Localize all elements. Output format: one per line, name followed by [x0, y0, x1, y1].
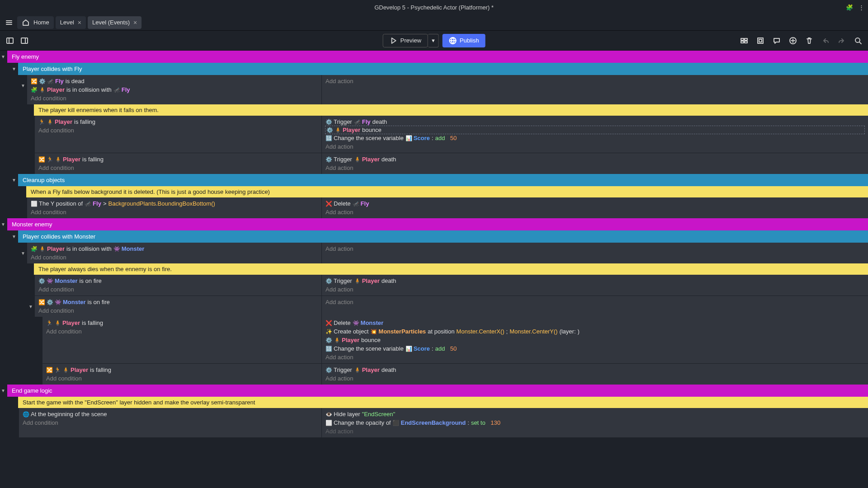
group-cleanup[interactable]: ▼ Cleanup objects: [18, 174, 868, 186]
menu-icon[interactable]: [3, 16, 15, 29]
event-row[interactable]: ▼ 🔀⚙️👾Monster is on fire Add condition A…: [34, 296, 868, 317]
tab-level-events[interactable]: Level (Events) ×: [88, 16, 142, 29]
event-row[interactable]: 🏃🧍Player is falling Add condition ❌Delet…: [42, 317, 868, 363]
app-title: GDevelop 5 - Psychedelic Actor (Platform…: [374, 4, 494, 11]
group-player-monster[interactable]: ▼ Player collides with Monster: [18, 230, 868, 243]
tab-home[interactable]: Home: [17, 16, 54, 29]
comment[interactable]: Start the game with the "EndScreen" laye…: [18, 397, 868, 408]
event-row[interactable]: ▼ 🧩🧍Player is in collision with 👾Monster…: [26, 243, 868, 263]
titlebar: GDevelop 5 - Psychedelic Actor (Platform…: [0, 0, 868, 14]
delete-icon[interactable]: [803, 34, 816, 47]
chevron-down-icon[interactable]: ▼: [1, 222, 5, 227]
more-icon[interactable]: ⋮: [859, 4, 864, 11]
chevron-down-icon[interactable]: ▼: [28, 304, 33, 309]
add-action[interactable]: Add action: [326, 142, 864, 151]
comment[interactable]: The player kill ennemies when it falls o…: [34, 104, 868, 116]
chevron-down-icon[interactable]: ▼: [12, 234, 16, 239]
add-action[interactable]: Add action: [326, 427, 864, 436]
event-row[interactable]: 🔀🏃🧍Player is falling Add condition ⚙️Tri…: [42, 364, 868, 385]
event-row[interactable]: ▼ 🔀⚙️🦟Fly is dead 🧩🧍Player is in collisi…: [26, 75, 868, 104]
add-comment-icon[interactable]: [770, 34, 783, 47]
preview-dropdown[interactable]: ▾: [428, 34, 439, 47]
actions-panel[interactable]: Add action: [322, 75, 868, 104]
comment[interactable]: When a Fly falls below background it is …: [26, 186, 868, 197]
add-condition[interactable]: Add condition: [46, 374, 318, 383]
svg-line-20: [859, 42, 861, 44]
add-action[interactable]: Add action: [326, 208, 864, 216]
redo-icon[interactable]: [835, 34, 848, 47]
play-icon: [390, 37, 398, 45]
panel-left-icon[interactable]: [4, 34, 16, 47]
add-action[interactable]: Add action: [326, 77, 864, 85]
svg-rect-10: [741, 38, 744, 40]
chevron-down-icon[interactable]: ▼: [21, 251, 25, 256]
extension-icon[interactable]: 🧩: [846, 4, 853, 11]
chevron-down-icon[interactable]: ▼: [12, 178, 16, 183]
add-action[interactable]: Add action: [326, 244, 864, 253]
event-row[interactable]: 🌐At the beginning of the scene Add condi…: [18, 408, 868, 437]
preview-button[interactable]: Preview: [383, 34, 428, 47]
tab-label: Level (Events): [92, 19, 130, 26]
event-row[interactable]: 🔀🏃🧍Player is falling Add condition ⚙️Tri…: [34, 153, 868, 174]
panel-right-icon[interactable]: [18, 34, 31, 47]
add-condition[interactable]: Add condition: [31, 208, 318, 216]
group-player-fly[interactable]: ▼ Player collides with Fly: [18, 63, 868, 75]
search-icon[interactable]: [852, 34, 864, 47]
comment[interactable]: The player always dies when the ennemy i…: [34, 263, 868, 275]
add-condition[interactable]: Add condition: [38, 126, 318, 135]
group-end-game[interactable]: ▼ End game logic: [7, 385, 868, 397]
add-event-icon[interactable]: [787, 34, 799, 47]
svg-rect-5: [21, 38, 28, 43]
tabbar: Home Level × Level (Events) ×: [0, 14, 868, 31]
svg-rect-15: [759, 39, 762, 42]
tab-level[interactable]: Level ×: [56, 16, 86, 29]
add-action[interactable]: Add action: [326, 353, 864, 361]
svg-rect-11: [745, 38, 747, 40]
chevron-down-icon[interactable]: ▼: [1, 54, 5, 59]
event-row[interactable]: 🏃🧍Player is falling Add condition ⚙️Trig…: [34, 116, 868, 153]
close-icon[interactable]: ×: [78, 19, 81, 26]
svg-rect-14: [758, 38, 763, 43]
chevron-down-icon[interactable]: ▼: [21, 83, 25, 88]
tab-label: Home: [33, 19, 49, 26]
events-sheet: ▼ Fly enemy ▼ Player collides with Fly ▼…: [0, 51, 868, 488]
svg-marker-7: [392, 38, 396, 43]
chevron-down-icon[interactable]: ▼: [12, 66, 16, 71]
close-icon[interactable]: ×: [133, 19, 137, 26]
add-condition[interactable]: Add condition: [23, 418, 318, 427]
event-row[interactable]: ⚙️👾Monster is on fire Add condition ⚙️Tr…: [34, 275, 868, 296]
publish-button[interactable]: Publish: [443, 34, 486, 47]
add-action[interactable]: Add action: [326, 374, 864, 383]
add-action[interactable]: Add action: [326, 285, 864, 294]
add-condition[interactable]: Add condition: [31, 253, 318, 262]
event-row[interactable]: ⬜The Y position of 🦟Fly > BackgroundPlan…: [26, 197, 868, 218]
toggle-disabled-icon[interactable]: [754, 34, 767, 47]
toggle-conditions-icon[interactable]: [738, 34, 750, 47]
undo-icon[interactable]: [819, 34, 832, 47]
toolbar: Preview ▾ Publish: [0, 31, 868, 51]
home-icon: [22, 19, 30, 27]
group-fly-enemy[interactable]: ▼ Fly enemy: [7, 51, 868, 63]
add-action[interactable]: Add action: [326, 164, 864, 172]
chevron-down-icon[interactable]: ▼: [1, 388, 5, 393]
group-monster-enemy[interactable]: ▼ Monster enemy: [7, 218, 868, 230]
svg-rect-12: [741, 41, 744, 43]
conditions-panel[interactable]: 🔀⚙️🦟Fly is dead 🧩🧍Player is in collision…: [27, 75, 322, 104]
globe-icon: [449, 37, 457, 45]
add-condition[interactable]: Add condition: [31, 94, 318, 103]
add-condition[interactable]: Add condition: [38, 306, 318, 315]
tab-label: Level: [60, 19, 74, 26]
svg-rect-13: [745, 41, 747, 43]
add-action[interactable]: Add action: [326, 298, 864, 306]
add-condition[interactable]: Add condition: [38, 285, 318, 294]
svg-rect-3: [7, 38, 13, 43]
add-condition[interactable]: Add condition: [38, 164, 318, 172]
add-condition[interactable]: Add condition: [46, 327, 318, 336]
